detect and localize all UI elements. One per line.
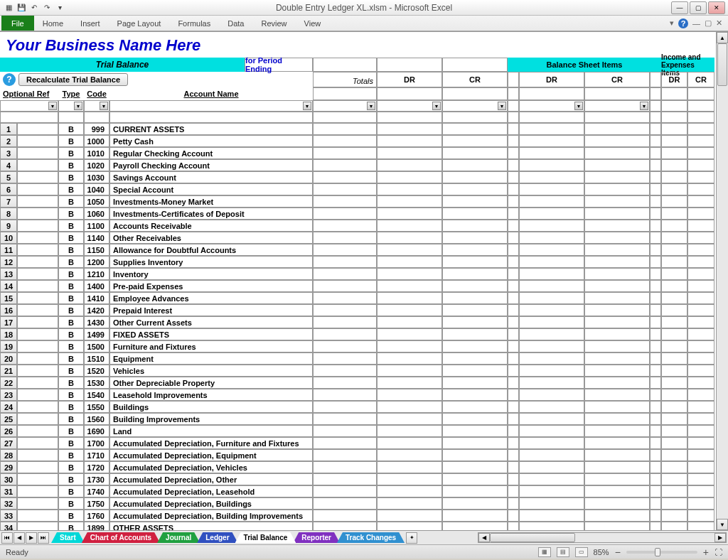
table-row[interactable]: 12B1200Supplies Inventory [0, 256, 716, 268]
cr-ie-cell[interactable] [687, 389, 714, 401]
cr-cell[interactable] [442, 123, 508, 135]
cr-cell[interactable] [442, 232, 508, 244]
optional-ref-cell[interactable] [17, 147, 58, 159]
code-cell[interactable]: 1750 [84, 497, 109, 510]
account-name-cell[interactable]: Inventory [109, 268, 313, 280]
code-cell[interactable]: 1030 [84, 171, 109, 183]
dr-cell[interactable] [377, 377, 442, 389]
code-cell[interactable]: 1430 [84, 316, 109, 328]
dr-cell[interactable] [377, 425, 442, 437]
cr-ie-cell[interactable] [687, 413, 714, 425]
dr-bs-cell[interactable] [519, 195, 584, 208]
dr-ie-cell[interactable] [661, 449, 687, 461]
gap-cell[interactable] [650, 389, 661, 401]
gap-cell[interactable] [508, 510, 519, 522]
cr-cell[interactable] [442, 147, 508, 159]
account-name-cell[interactable]: Supplies Inventory [109, 256, 313, 268]
gap-cell[interactable] [508, 473, 519, 485]
cr-cell[interactable] [442, 244, 508, 256]
cr-cell[interactable] [442, 449, 508, 461]
vertical-scrollbar[interactable]: ▲ ▼ [716, 32, 728, 530]
gap-cell[interactable] [650, 497, 661, 510]
help-icon[interactable]: ? [678, 18, 688, 28]
optional-ref-cell[interactable] [17, 425, 58, 437]
totals-cell[interactable] [313, 232, 377, 244]
dr-bs-cell[interactable] [519, 437, 584, 449]
totals-cell[interactable] [313, 473, 377, 485]
dr-cell[interactable] [377, 208, 442, 220]
code-cell[interactable]: 1040 [84, 183, 109, 195]
ribbon-tab-page-layout[interactable]: Page Layout [109, 16, 170, 31]
cr-bs-cell[interactable] [584, 147, 650, 159]
totals-cell[interactable] [313, 268, 377, 280]
cr-ie-cell[interactable] [687, 437, 714, 449]
table-row[interactable]: 28B1710Accumulated Depreciation, Equipme… [0, 449, 716, 461]
cr-bs-cell[interactable] [584, 171, 650, 183]
optional-ref-cell[interactable] [17, 123, 58, 135]
dr-ie-cell[interactable] [661, 365, 687, 377]
account-name-cell[interactable]: Accumulated Depreciation, Building Impro… [109, 510, 313, 522]
optional-ref-cell[interactable] [17, 437, 58, 449]
type-cell[interactable]: B [58, 461, 84, 473]
gap-cell[interactable] [508, 389, 519, 401]
gap-cell[interactable] [650, 232, 661, 244]
gap-cell[interactable] [508, 159, 519, 171]
ribbon-tab-data[interactable]: Data [219, 16, 252, 31]
optional-ref-cell[interactable] [17, 183, 58, 195]
cr-cell[interactable] [442, 328, 508, 340]
row-number[interactable]: 14 [0, 280, 17, 292]
cr-bs-cell[interactable] [584, 220, 650, 232]
gap-cell[interactable] [508, 522, 519, 530]
cr-cell[interactable] [442, 510, 508, 522]
type-cell[interactable]: B [58, 292, 84, 304]
cr-ie-cell[interactable] [687, 510, 714, 522]
dr-ie-cell[interactable] [661, 352, 687, 365]
cr-cell[interactable] [442, 365, 508, 377]
cr-cell[interactable] [442, 522, 508, 530]
dr-ie-cell[interactable] [661, 232, 687, 244]
dr-ie-cell[interactable] [661, 123, 687, 135]
table-row[interactable]: 17B1430Other Current Assets [0, 316, 716, 328]
type-cell[interactable]: B [58, 340, 84, 352]
cr-cell[interactable] [442, 159, 508, 171]
table-row[interactable]: 11B1150Allowance for Doubtful Accounts [0, 244, 716, 256]
row-number[interactable]: 28 [0, 449, 17, 461]
cr-bs-cell[interactable] [584, 401, 650, 413]
save-icon[interactable]: 💾 [16, 2, 27, 14]
normal-view-icon[interactable]: ▦ [538, 547, 551, 557]
row-number[interactable]: 31 [0, 485, 17, 497]
dr-bs-cell[interactable] [519, 183, 584, 195]
cr-ie-cell[interactable] [687, 220, 714, 232]
code-cell[interactable]: 1740 [84, 485, 109, 497]
ribbon-tab-formulas[interactable]: Formulas [169, 16, 219, 31]
dr-cell[interactable] [377, 497, 442, 510]
account-name-cell[interactable]: Regular Checking Account [109, 147, 313, 159]
gap-cell[interactable] [650, 328, 661, 340]
code-cell[interactable]: 1520 [84, 365, 109, 377]
optional-ref-cell[interactable] [17, 461, 58, 473]
gap-cell[interactable] [650, 256, 661, 268]
account-name-cell[interactable]: FIXED ASSETS [109, 328, 313, 340]
dr-bs-cell[interactable] [519, 340, 584, 352]
type-cell[interactable]: B [58, 437, 84, 449]
context-help-icon[interactable]: ? [3, 73, 16, 86]
code-cell[interactable]: 1499 [84, 328, 109, 340]
table-row[interactable]: 10B1140Other Receivables [0, 232, 716, 244]
gap-cell[interactable] [650, 401, 661, 413]
dr-cell[interactable] [377, 401, 442, 413]
dr-cell[interactable] [377, 195, 442, 208]
dr-bs-cell[interactable] [519, 135, 584, 147]
totals-cell[interactable] [313, 328, 377, 340]
gap-cell[interactable] [508, 268, 519, 280]
dr-cell[interactable] [377, 147, 442, 159]
table-row[interactable]: 24B1550Buildings [0, 401, 716, 413]
row-number[interactable]: 17 [0, 316, 17, 328]
gap-cell[interactable] [650, 316, 661, 328]
optional-ref-cell[interactable] [17, 268, 58, 280]
dr-bs-cell[interactable] [519, 280, 584, 292]
table-row[interactable]: 22B1530Other Depreciable Property [0, 377, 716, 389]
cr-cell[interactable] [442, 473, 508, 485]
type-cell[interactable]: B [58, 473, 84, 485]
gap-cell[interactable] [650, 280, 661, 292]
type-cell[interactable]: B [58, 365, 84, 377]
